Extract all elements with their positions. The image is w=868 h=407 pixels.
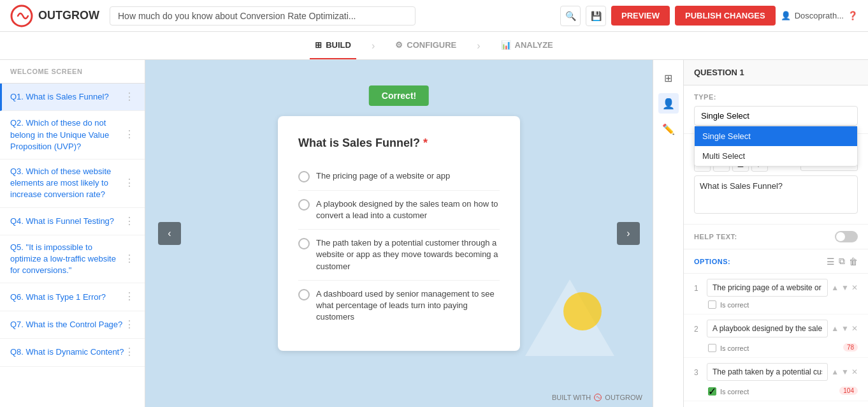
tab-analyze-label: ANALYZE <box>515 40 553 50</box>
option-radio-1[interactable] <box>298 171 310 182</box>
sidebar-item-q3[interactable]: Q3. Which of these website elements are … <box>0 159 145 208</box>
option-3-down-icon[interactable]: ▼ <box>841 367 849 376</box>
prev-arrow-button[interactable]: ‹ <box>158 222 181 245</box>
option-3-up-icon[interactable]: ▲ <box>831 367 839 376</box>
option-2-up-icon[interactable]: ▲ <box>831 324 839 333</box>
options-list-icon[interactable]: ☰ <box>827 256 835 267</box>
sidebar-item-q6-label: Q6. What is Type 1 Error? <box>10 292 106 303</box>
help-text-toggle[interactable] <box>835 231 858 242</box>
canvas-area: Correct! ‹ What is Sales Funnel? * The p… <box>145 60 653 407</box>
sidebar-item-q2-dots[interactable]: ⋮ <box>124 128 134 142</box>
analyze-icon: 📊 <box>501 40 511 50</box>
preview-button[interactable]: PREVIEW <box>611 6 670 26</box>
option-radio-2[interactable] <box>298 199 310 211</box>
edit-icon[interactable]: ✏️ <box>658 119 679 139</box>
options-copy-icon[interactable]: ⧉ <box>839 256 845 267</box>
sidebar-item-q2[interactable]: Q2. Which of these do not belong in the … <box>0 111 145 159</box>
help-text-label: HELP TEXT: <box>694 233 737 241</box>
sidebar-item-q1[interactable]: Q1. What is Sales Funnel? ⋮ <box>0 84 145 111</box>
help-icon[interactable]: ❓ <box>848 11 858 20</box>
grid-view-icon[interactable]: ⊞ <box>658 68 679 88</box>
canvas-option-2[interactable]: A playbook designed by the sales team on… <box>298 191 500 230</box>
question-title-input[interactable]: What is Sales Funnel? <box>694 175 858 214</box>
option-radio-3[interactable] <box>298 238 310 249</box>
option-1-up-icon[interactable]: ▲ <box>831 283 839 292</box>
sidebar-item-q7-dots[interactable]: ⋮ <box>124 318 134 332</box>
doc-title[interactable]: How much do you know about Conversion Ra… <box>110 6 416 26</box>
option-2-correct-checkbox[interactable] <box>708 344 716 352</box>
logo-icon <box>10 4 33 27</box>
option-2-num: 2 <box>694 320 703 334</box>
sidebar-item-q7[interactable]: Q7. What is the Control Page? ⋮ <box>0 311 145 339</box>
question-card: What is Sales Funnel? * The pricing page… <box>278 116 520 352</box>
sidebar-item-q4[interactable]: Q4. What is Funnel Testing? ⋮ <box>0 208 145 235</box>
option-2-input[interactable] <box>707 320 828 337</box>
save-icon[interactable]: 💾 <box>586 6 606 26</box>
sidebar-item-q3-dots[interactable]: ⋮ <box>124 176 134 190</box>
options-trash-icon[interactable]: 🗑 <box>849 256 858 267</box>
sidebar-item-q6[interactable]: Q6. What is Type 1 Error? ⋮ <box>0 283 145 311</box>
options-header: OPTIONS: ☰ ⧉ 🗑 <box>684 249 868 274</box>
sidebar: WELCOME SCREEN Q1. What is Sales Funnel?… <box>0 60 145 407</box>
built-with-icon <box>593 393 602 402</box>
dropdown-multi-select[interactable]: Multi Select <box>695 146 857 166</box>
option-2-close-icon[interactable]: ✕ <box>851 324 858 333</box>
option-radio-4[interactable] <box>298 289 310 300</box>
options-actions: ☰ ⧉ 🗑 <box>827 256 858 267</box>
type-dropdown-overlay: Single Select Multi Select <box>694 126 858 166</box>
sidebar-item-q6-dots[interactable]: ⋮ <box>124 290 134 304</box>
option-1-correct-label: Is correct <box>720 301 749 309</box>
user-icon-toolbar[interactable]: 👤 <box>658 93 679 114</box>
bg-circle <box>563 292 602 330</box>
type-section: TYPE: Single Select Multi Select Single … <box>684 85 868 134</box>
options-label: OPTIONS: <box>694 258 730 265</box>
next-arrow-button[interactable]: › <box>617 222 640 245</box>
tab-configure-label: CONFIGURE <box>407 40 456 50</box>
sidebar-item-q8-dots[interactable]: ⋮ <box>124 345 134 359</box>
option-1-correct-checkbox[interactable] <box>708 300 716 309</box>
canvas-content: Correct! ‹ What is Sales Funnel? * The p… <box>145 60 653 407</box>
question-title-text: What is Sales Funnel? <box>298 137 420 149</box>
option-1-down-icon[interactable]: ▼ <box>841 283 849 292</box>
sidebar-item-q1-dots[interactable]: ⋮ <box>124 90 134 104</box>
sidebar-item-q4-label: Q4. What is Funnel Testing? <box>10 216 114 227</box>
option-1-close-icon[interactable]: ✕ <box>851 283 858 292</box>
configure-icon: ⚙ <box>395 40 403 50</box>
sidebar-item-q8[interactable]: Q8. What is Dynamic Content? ⋮ <box>0 339 145 366</box>
sidebar-item-q5-label: Q5. "It is impossible to optimize a low-… <box>10 242 124 277</box>
option-entry-1: 1 ▲ ▼ ✕ Is correct <box>684 274 868 314</box>
search-icon[interactable]: 🔍 <box>560 6 581 26</box>
option-2-bottom: Is correct 78 <box>708 340 858 352</box>
option-3-close-icon[interactable]: ✕ <box>851 367 858 376</box>
sidebar-item-q8-label: Q8. What is Dynamic Content? <box>10 346 124 358</box>
publish-button[interactable]: PUBLISH CHANGES <box>675 6 776 26</box>
dropdown-single-select[interactable]: Single Select <box>695 126 857 146</box>
logo[interactable]: OUTGROW <box>10 4 99 27</box>
canvas-option-4[interactable]: A dashboard used by senior management to… <box>298 281 500 331</box>
tab-build[interactable]: ⊞ BUILD <box>310 32 356 59</box>
user-area[interactable]: 👤 Doscoprath... ❓ <box>781 11 858 20</box>
option-3-correct-checkbox[interactable]: ✓ <box>708 387 716 396</box>
sidebar-item-q4-dots[interactable]: ⋮ <box>124 214 134 228</box>
header: OUTGROW How much do you know about Conve… <box>0 0 868 32</box>
canvas-option-3[interactable]: The path taken by a potential customer t… <box>298 230 500 281</box>
canvas-option-3-text: The path taken by a potential customer t… <box>316 237 500 272</box>
option-3-input[interactable] <box>707 363 828 381</box>
canvas-option-1[interactable]: The pricing page of a website or app <box>298 163 500 191</box>
option-2-down-icon[interactable]: ▼ <box>841 324 849 333</box>
sidebar-item-q5[interactable]: Q5. "It is impossible to optimize a low-… <box>0 235 145 284</box>
option-1-correct-row: Is correct <box>708 300 858 309</box>
type-select[interactable]: Single Select Multi Select <box>694 106 858 126</box>
right-toolbar: ⊞ 👤 ✏️ <box>653 60 683 407</box>
tab-configure[interactable]: ⚙ CONFIGURE <box>390 32 461 59</box>
sidebar-item-q5-dots[interactable]: ⋮ <box>124 252 134 266</box>
sidebar-item-q2-label: Q2. Which of these do not belong in the … <box>10 117 124 152</box>
option-1-num: 1 <box>694 279 703 293</box>
option-3-char-count: 104 <box>839 387 858 395</box>
option-2-char-count: 78 <box>843 343 858 352</box>
built-brand-text: OUTGROW <box>605 394 642 401</box>
panel-header: QUESTION 1 <box>684 60 868 85</box>
option-1-input[interactable] <box>707 279 828 297</box>
tab-analyze[interactable]: 📊 ANALYZE <box>496 32 558 59</box>
user-name: Doscoprath... <box>795 11 844 20</box>
